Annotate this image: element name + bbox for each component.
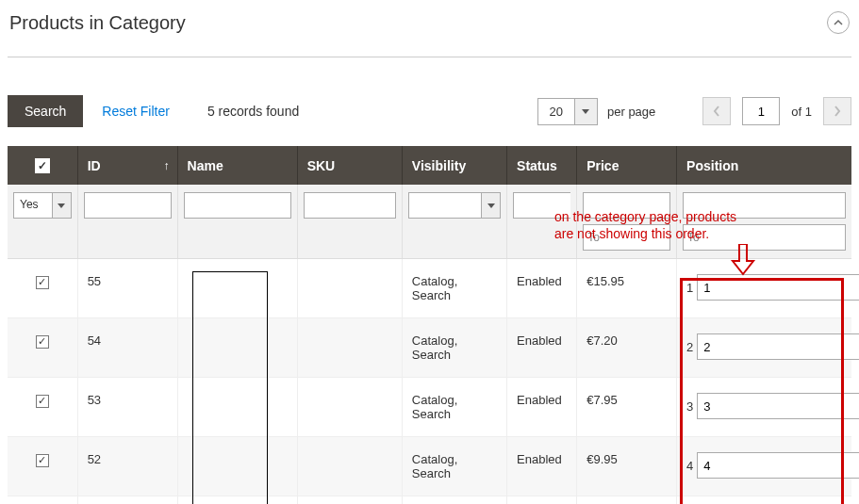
filter-position-from-input[interactable] bbox=[683, 192, 846, 219]
cell-sku bbox=[297, 259, 402, 318]
cell-sku bbox=[297, 496, 402, 505]
cell-visibility: Catalog, Search bbox=[402, 496, 506, 505]
filter-status-select[interactable] bbox=[513, 192, 570, 219]
position-input[interactable] bbox=[697, 274, 859, 301]
position-label: 3 bbox=[686, 399, 693, 414]
cell-price: €7.20 bbox=[577, 318, 677, 378]
pager-next-button[interactable] bbox=[823, 97, 851, 125]
cell-id: 51 bbox=[77, 496, 177, 505]
cell-id: 52 bbox=[77, 437, 177, 496]
row-checkbox[interactable]: ✓ bbox=[36, 335, 49, 349]
row-checkbox[interactable]: ✓ bbox=[36, 276, 49, 289]
per-page-group: 20 per page bbox=[537, 98, 656, 125]
filter-visibility-select[interactable] bbox=[408, 192, 501, 219]
cell-name bbox=[177, 378, 297, 437]
collapse-toggle[interactable] bbox=[827, 11, 850, 34]
col-header-status[interactable]: Status bbox=[507, 146, 577, 185]
filter-sku-input[interactable] bbox=[304, 192, 396, 219]
section-header: Products in Category bbox=[8, 8, 851, 57]
position-input[interactable] bbox=[697, 452, 859, 479]
cell-visibility: Catalog, Search bbox=[402, 318, 506, 378]
per-page-select[interactable]: 20 bbox=[537, 98, 598, 125]
position-label: 2 bbox=[686, 340, 693, 354]
col-header-position[interactable]: Position bbox=[677, 146, 851, 185]
cell-status: Enabled bbox=[507, 437, 577, 496]
col-header-visibility[interactable]: Visibility bbox=[402, 146, 506, 185]
dropdown-arrow-icon bbox=[574, 99, 597, 124]
products-grid: ✓ ID ↑ Name SKU Visibility Status Price … bbox=[8, 146, 851, 504]
cell-status: Enabled bbox=[507, 496, 577, 505]
pager-of-label: of 1 bbox=[791, 105, 812, 119]
per-page-label: per page bbox=[607, 105, 655, 119]
row-checkbox[interactable]: ✓ bbox=[36, 454, 49, 467]
col-header-price[interactable]: Price bbox=[577, 146, 677, 185]
select-all-checkbox[interactable]: ✓ bbox=[35, 158, 50, 173]
pager-prev-button[interactable] bbox=[702, 97, 731, 125]
cell-price: €15.95 bbox=[577, 259, 677, 318]
cell-id: 55 bbox=[77, 259, 177, 318]
dropdown-arrow-icon bbox=[52, 193, 71, 218]
sort-asc-icon: ↑ bbox=[164, 159, 170, 172]
dropdown-arrow-icon bbox=[481, 193, 500, 218]
col-header-name[interactable]: Name bbox=[177, 146, 297, 185]
col-header-checkbox[interactable]: ✓ bbox=[8, 146, 77, 185]
filter-price-to-input[interactable] bbox=[583, 224, 670, 251]
cell-status: Enabled bbox=[507, 259, 577, 318]
cell-id: 54 bbox=[77, 318, 177, 378]
filter-name-input[interactable] bbox=[184, 192, 291, 219]
chevron-left-icon bbox=[713, 106, 720, 117]
grid-toolbar: Search Reset Filter 5 records found 20 p… bbox=[8, 95, 851, 127]
position-label: 4 bbox=[686, 459, 693, 473]
filter-price-from-input[interactable] bbox=[583, 192, 670, 219]
pager-current-input[interactable] bbox=[742, 97, 780, 125]
cell-status: Enabled bbox=[507, 318, 577, 378]
cell-price: €7.95 bbox=[577, 378, 677, 437]
cell-name bbox=[177, 496, 297, 505]
filter-position-to-input[interactable] bbox=[683, 224, 846, 251]
cell-name bbox=[177, 437, 297, 496]
cell-status: Enabled bbox=[507, 378, 577, 437]
position-input[interactable] bbox=[697, 393, 859, 419]
cell-price: €79.95 bbox=[577, 496, 677, 505]
cell-name bbox=[177, 259, 297, 318]
section-title: Products in Category bbox=[9, 12, 186, 34]
row-checkbox[interactable]: ✓ bbox=[36, 395, 49, 408]
chevron-up-icon bbox=[834, 18, 843, 27]
filter-id-input[interactable] bbox=[84, 192, 172, 219]
pager: of 1 bbox=[702, 97, 851, 125]
per-page-value: 20 bbox=[538, 99, 574, 124]
col-header-id[interactable]: ID ↑ bbox=[77, 146, 177, 185]
cell-name bbox=[177, 318, 297, 378]
cell-price: €9.95 bbox=[577, 437, 677, 496]
cell-sku bbox=[297, 318, 402, 378]
cell-visibility: Catalog, Search bbox=[402, 378, 506, 437]
reset-filter-link[interactable]: Reset Filter bbox=[102, 104, 170, 119]
col-header-sku[interactable]: SKU bbox=[297, 146, 402, 185]
chevron-right-icon bbox=[834, 106, 841, 117]
position-label: 1 bbox=[686, 281, 693, 295]
cell-id: 53 bbox=[77, 378, 177, 437]
cell-visibility: Catalog, Search bbox=[402, 259, 506, 318]
filter-checkbox-select[interactable]: Yes bbox=[13, 192, 72, 219]
search-button[interactable]: Search bbox=[8, 95, 83, 127]
cell-visibility: Catalog, Search bbox=[402, 437, 506, 496]
position-input[interactable] bbox=[697, 333, 859, 360]
cell-sku bbox=[297, 437, 402, 496]
records-found-label: 5 records found bbox=[207, 104, 299, 119]
cell-sku bbox=[297, 378, 402, 437]
